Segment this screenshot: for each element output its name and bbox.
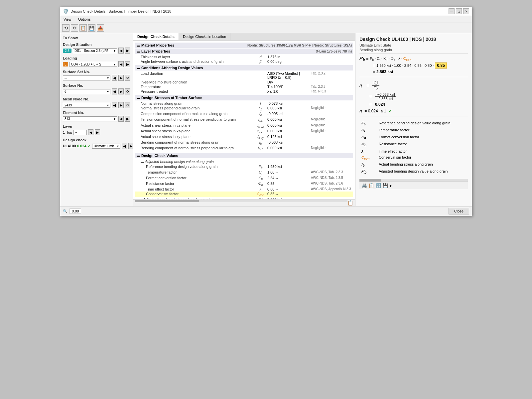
- toolbar-btn-4[interactable]: 💾: [88, 24, 95, 32]
- mesh-node-next[interactable]: ▶: [118, 102, 124, 108]
- layer-next[interactable]: ▶: [95, 129, 100, 135]
- mesh-node-arrow[interactable]: ▾: [107, 103, 109, 107]
- dc-type-arrow[interactable]: ▾: [117, 144, 119, 148]
- stress-val-7: -0.068 ksi: [266, 140, 310, 146]
- dc-values-section-header[interactable]: ▬ Design Check Values: [135, 153, 353, 158]
- toolbar-btn-3[interactable]: 📋: [79, 24, 87, 32]
- loading-next-btn[interactable]: ▶: [125, 61, 130, 67]
- temperature-ref: Tab. 2.3.3: [310, 84, 353, 89]
- loading-prev-btn[interactable]: ◀: [118, 61, 124, 67]
- right-icon-4[interactable]: 💾: [382, 183, 388, 188]
- dc-prev[interactable]: ◀: [122, 143, 127, 149]
- toolbar-btn-5[interactable]: 📤: [97, 24, 104, 32]
- layer-prev[interactable]: ◀: [88, 129, 93, 135]
- minimize-button[interactable]: —: [449, 8, 455, 14]
- tab-design-check-details[interactable]: Design Check Details: [133, 33, 179, 40]
- element-no-combo[interactable]: 813 ▾: [63, 116, 117, 121]
- loading-combo[interactable]: CO4 - 1.20D + L + S ▾: [69, 62, 117, 67]
- surface-set-combo[interactable]: -- ▾: [63, 75, 110, 80]
- surface-set-next[interactable]: ▶: [118, 75, 124, 81]
- element-no-next[interactable]: ▶: [125, 116, 130, 122]
- mesh-node-refresh[interactable]: ⟳: [125, 102, 130, 108]
- ds-prev-btn[interactable]: ◀: [118, 48, 124, 54]
- layer-combo[interactable]: ▾: [73, 130, 87, 135]
- horizontal-scrollbar[interactable]: [135, 200, 347, 202]
- left-panel: To Show Design Situation 2.3 DS1 - Secti…: [60, 33, 133, 206]
- element-no-arrow[interactable]: ▾: [114, 117, 115, 121]
- toolbar-btn-1[interactable]: ⟲: [62, 24, 69, 32]
- right-icon-5[interactable]: ▾: [389, 183, 392, 188]
- pressure-treated-row: Pressure-treated λ ≤ 1.0 Tab. N.3.3: [135, 89, 353, 94]
- menu-options[interactable]: Options: [77, 17, 92, 22]
- check-ref-1: AWC-NDS, Tab. 2.3.3: [310, 170, 353, 176]
- close-button[interactable]: ✕: [463, 8, 469, 14]
- surface-set-prev[interactable]: ◀: [112, 75, 117, 81]
- right-icon-3[interactable]: 🔢: [375, 183, 381, 188]
- formula-eq2-indent: =: [373, 63, 375, 68]
- material-section-header[interactable]: ▬ Material Properties Nordic Structures …: [135, 43, 353, 48]
- to-show-section: To Show: [63, 36, 130, 40]
- check-val-2: 2.54 --: [266, 176, 310, 181]
- dc-values-label: Design Check Values: [141, 154, 178, 158]
- load-duration-value: ASD (Two Months) | LRFD (λ = 0.8): [266, 71, 310, 80]
- layer-section-header[interactable]: ▬ Layer Properties X-Lam 175-5s (6 7/8 i…: [135, 49, 353, 54]
- toolbar-btn-2[interactable]: ⟳: [71, 24, 78, 32]
- check-type: Bending along grain: [359, 48, 468, 52]
- element-no-prev[interactable]: ◀: [118, 116, 124, 122]
- menu-bar: View Options: [60, 16, 472, 23]
- formula-line-2: = 1.950 ksi · 1.00 · 2.54 · 0.85 · 0.80 …: [359, 63, 468, 68]
- right-icon-1[interactable]: 🖨️: [361, 183, 367, 188]
- export-icon[interactable]: 📋: [347, 200, 353, 205]
- stress-label-5: Actual shear stress in xz-plane: [135, 129, 255, 134]
- stress-note-4: Negligible: [310, 123, 353, 129]
- ds-next-btn[interactable]: ▶: [125, 48, 130, 54]
- window-controls[interactable]: — □ ✕: [449, 8, 469, 14]
- mesh-node-prev[interactable]: ◀: [112, 102, 117, 108]
- stress-sym-1: f⊥: [255, 106, 266, 111]
- right-icon-2[interactable]: 📋: [368, 183, 374, 188]
- stresses-toggle: ▬: [137, 96, 140, 100]
- loading-combo-arrow[interactable]: ▾: [114, 63, 115, 66]
- close-button[interactable]: Close: [449, 208, 469, 214]
- moisture-label: In-service moisture condition: [135, 80, 255, 84]
- mesh-node-combo[interactable]: 2439 ▾: [63, 103, 110, 108]
- ds-field-row: 2.3 DS1 - Section 2.3 (LRFD), 1. t... ▾ …: [63, 48, 130, 54]
- surface-set-arrow[interactable]: ▾: [107, 76, 109, 80]
- surface-no-prev[interactable]: ◀: [112, 88, 117, 94]
- ds-combo-arrow[interactable]: ▾: [114, 49, 115, 53]
- legend-sym-6: fb: [360, 162, 377, 168]
- conditions-section-header[interactable]: ▬ Conditions Affecting Design Values: [135, 65, 353, 70]
- surface-no-arrow[interactable]: ▾: [107, 90, 109, 93]
- dc-type-combo[interactable]: Ultimate Limit ... ▾: [92, 144, 120, 149]
- adjusted-header-label: Adjusted bending design value along grai…: [145, 160, 214, 164]
- stress-sym-6: fs,xy: [255, 134, 266, 140]
- check-val-1: 1.00 --: [266, 170, 310, 176]
- pressure-label: Pressure-treated: [135, 89, 255, 94]
- surface-set-refresh[interactable]: ⟳: [125, 75, 130, 81]
- dc-next[interactable]: ▶: [128, 143, 134, 149]
- layer-combo-arrow[interactable]: ▾: [75, 130, 77, 135]
- stress-val-8: 0.000 ksi: [266, 146, 310, 151]
- legend-row-5: Ccon Conservatism factor: [360, 155, 467, 161]
- stress-sym-0: f: [255, 101, 266, 106]
- right-scroll[interactable]: [359, 179, 468, 182]
- stresses-section-header[interactable]: ▬ Design Stresses of Timber Surface: [135, 95, 353, 100]
- stress-label-0: Normal stress along grain: [135, 101, 255, 106]
- mesh-node-section: Mesh Node No. 2439 ▾ ◀ ▶ ⟳: [63, 97, 130, 108]
- formula-terms: Fb · Ct · KF · Φb · λ · Ccon: [370, 57, 411, 62]
- stress-note-7: [310, 140, 353, 146]
- element-no-value: 813: [65, 117, 70, 121]
- surface-no-next[interactable]: ▶: [118, 88, 124, 94]
- load-duration-ref: Tab. 2.3.2: [310, 71, 353, 80]
- legend-desc-5: Conservatism factor: [377, 155, 467, 161]
- restore-button[interactable]: □: [456, 8, 462, 14]
- stress-row-7: Bending component of normal stress along…: [135, 140, 353, 146]
- ds-combo[interactable]: DS1 - Section 2.3 (LRFD), 1. t... ▾: [73, 48, 117, 53]
- center-panel: Design Check Details Design Checks in Lo…: [133, 33, 355, 206]
- limit-state: Ultimate Limit State: [359, 43, 468, 47]
- tab-design-checks-location[interactable]: Design Checks in Location: [179, 33, 230, 40]
- menu-view[interactable]: View: [62, 17, 73, 22]
- dc-values-toggle: ▬: [137, 154, 140, 157]
- surface-no-refresh[interactable]: ⟳: [125, 88, 130, 94]
- surface-no-combo[interactable]: 6 ▾: [63, 89, 110, 94]
